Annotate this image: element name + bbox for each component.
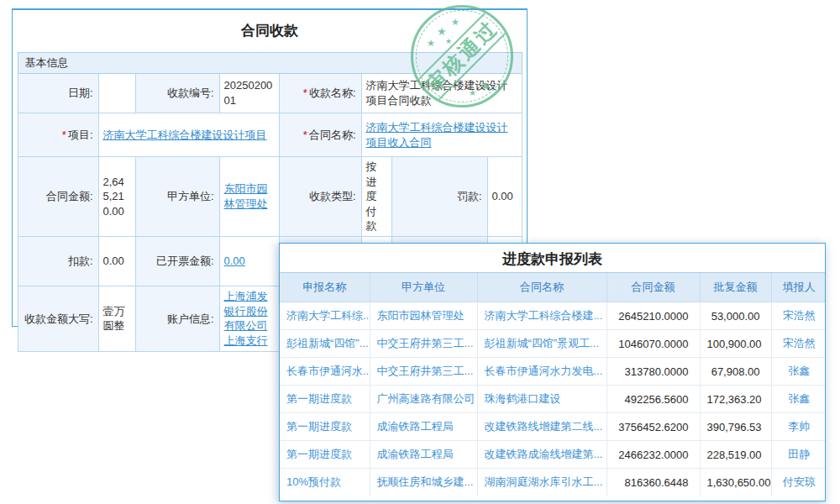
- table-row[interactable]: 彭祖新城“四馆”...中交王府井第三工...彭祖新城“四馆”景观工...1046…: [280, 330, 826, 358]
- table-cell: 10%预付款: [280, 469, 370, 496]
- field-label: 合同金额:: [18, 157, 98, 237]
- field-label: 扣款:: [18, 236, 98, 286]
- table-cell: 2645210.0000: [606, 302, 700, 330]
- table-cell: 1046070.0000: [606, 330, 700, 358]
- field-link-cell: 济南大学工科综合楼建设设计项目: [98, 113, 279, 157]
- table-cell: 付安琼: [771, 469, 826, 496]
- table-row[interactable]: 第一期进度款成渝铁路工程局改建铁路线增建第二线...3756452.620039…: [280, 413, 826, 441]
- table-cell: 济南大学工科综合楼建...: [477, 302, 606, 330]
- table-row[interactable]: 第一期进度款成渝铁路工程局改建铁路成渝线增建第...2466232.000022…: [280, 441, 826, 469]
- table-cell: 228,519.00: [700, 441, 771, 469]
- field-value: 0.00: [487, 157, 522, 237]
- field-label: 收款类型:: [279, 157, 361, 237]
- field-link-cell: 0.00: [219, 236, 279, 286]
- table-cell: 第一期进度款: [280, 413, 370, 441]
- table-cell: 李帅: [771, 413, 826, 441]
- required-asterisk: *: [62, 129, 66, 141]
- column-header-3: 合同金额: [606, 273, 700, 302]
- column-header-2: 合同名称: [477, 273, 606, 302]
- table-cell: 田静: [771, 441, 826, 469]
- table-row[interactable]: 济南大学工科综...东阳市园林管理处济南大学工科综合楼建...2645210.0…: [280, 302, 826, 330]
- section-header-row: 基本信息: [18, 53, 522, 74]
- list-title: 进度款申报列表: [280, 244, 825, 272]
- table-cell: 彭祖新城“四馆”景观工...: [477, 330, 606, 358]
- field-label: 甲方单位:: [135, 157, 219, 237]
- table-cell: 珠海鹤港口建设: [477, 386, 606, 413]
- table-cell: 张鑫: [771, 358, 826, 386]
- table-cell: 抚顺住房和城乡建...: [370, 469, 477, 496]
- page-title: 合同收款: [13, 21, 527, 40]
- table-cell: 湖南洞庭湖水库引水工...: [477, 469, 606, 496]
- table-cell: 彭祖新城“四馆”...: [280, 330, 370, 358]
- table-cell: 816360.6448: [606, 469, 700, 496]
- table-cell: 第一期进度款: [280, 386, 370, 413]
- field-label: *收款名称:: [279, 74, 361, 113]
- field-value: 壹万圆整: [98, 286, 135, 351]
- field-value: 0.00: [98, 236, 135, 286]
- table-cell: 成渝铁路工程局: [370, 413, 477, 441]
- field-link[interactable]: 0.00: [224, 255, 245, 267]
- section-header: 基本信息: [18, 53, 522, 74]
- required-asterisk: *: [303, 129, 307, 141]
- progress-list-panel: 进度款申报列表 申报名称甲方单位合同名称合同金额批复金额填报人 济南大学工科综.…: [279, 243, 826, 501]
- field-value: 济南大学工科综合楼建设设计项目合同收款: [361, 74, 522, 113]
- table-cell: 宋浩然: [771, 302, 826, 330]
- table-cell: 中交王府井第三工...: [370, 330, 477, 358]
- field-label: 收款编号:: [135, 74, 219, 113]
- field-value: 2,645,210.00: [98, 157, 135, 237]
- table-row[interactable]: 第一期进度款广州高速路有限公司珠海鹤港口建设492256.5600172,363…: [280, 386, 826, 413]
- table-cell: 张鑫: [771, 386, 826, 413]
- table-cell: 第一期进度款: [280, 441, 370, 469]
- progress-table: 申报名称甲方单位合同名称合同金额批复金额填报人 济南大学工科综...东阳市园林管…: [280, 272, 826, 496]
- field-value: [98, 74, 135, 113]
- table-cell: 改建铁路线增建第二线...: [477, 413, 606, 441]
- column-header-5: 填报人: [771, 273, 826, 302]
- column-header-0: 申报名称: [280, 273, 370, 302]
- field-label: 日期:: [18, 74, 98, 113]
- form-row: 合同金额:2,645,210.00甲方单位:东阳市园林管理处收款类型:按进度付款…: [18, 157, 522, 237]
- table-cell: 53,000.00: [700, 302, 771, 330]
- field-value: 2025020001: [219, 74, 279, 113]
- field-link-cell: 上海浦发银行股份有限公司上海支行: [219, 286, 279, 351]
- field-link[interactable]: 济南大学工科综合楼建设设计项目: [103, 129, 267, 141]
- table-cell: 宋浩然: [771, 330, 826, 358]
- table-header-row: 申报名称甲方单位合同名称合同金额批复金额填报人: [280, 273, 826, 302]
- field-label: 已开票金额:: [135, 236, 219, 286]
- field-label: *合同名称:: [279, 113, 361, 157]
- table-cell: 1,630,650.00: [700, 469, 771, 496]
- field-link[interactable]: 东阳市园林管理处: [224, 182, 268, 210]
- field-value: 按进度付款: [361, 157, 391, 237]
- table-cell: 改建铁路成渝线增建第...: [477, 441, 606, 469]
- table-row[interactable]: 长春市伊通河水...中交王府井第三工...长春市伊通河水力发电...313780…: [280, 358, 826, 386]
- table-cell: 313780.0000: [606, 358, 700, 386]
- table-cell: 3756452.6200: [606, 413, 700, 441]
- table-cell: 济南大学工科综...: [280, 302, 370, 330]
- field-label: *项目:: [18, 113, 98, 157]
- table-cell: 100,900.00: [700, 330, 771, 358]
- field-label: 罚款:: [391, 157, 487, 237]
- column-header-1: 甲方单位: [370, 273, 477, 302]
- table-cell: 广州高速路有限公司: [370, 386, 477, 413]
- form-row: 日期:收款编号:2025020001*收款名称:济南大学工科综合楼建设设计项目合…: [18, 74, 522, 113]
- field-label: 账户信息:: [135, 286, 219, 351]
- table-cell: 中交王府井第三工...: [370, 358, 477, 386]
- table-cell: 67,908.00: [700, 358, 771, 386]
- table-cell: 390,796.53: [700, 413, 771, 441]
- table-cell: 长春市伊通河水...: [280, 358, 370, 386]
- field-link-cell: 济南大学工科综合楼建设设计项目收入合同: [361, 113, 522, 157]
- form-row: *项目:济南大学工科综合楼建设设计项目*合同名称:济南大学工科综合楼建设设计项目…: [18, 113, 522, 157]
- field-label: 收款金额大写:: [18, 286, 98, 351]
- table-cell: 成渝铁路工程局: [370, 441, 477, 469]
- table-cell: 2466232.0000: [606, 441, 700, 469]
- field-link[interactable]: 上海浦发银行股份有限公司上海支行: [224, 290, 268, 347]
- table-cell: 东阳市园林管理处: [370, 302, 477, 330]
- field-link[interactable]: 济南大学工科综合楼建设设计项目收入合同: [366, 121, 508, 149]
- table-cell: 492256.5600: [606, 386, 700, 413]
- required-asterisk: *: [303, 87, 307, 99]
- table-cell: 172,363.20: [700, 386, 771, 413]
- table-row[interactable]: 10%预付款抚顺住房和城乡建...湖南洞庭湖水库引水工...816360.644…: [280, 469, 826, 496]
- field-link-cell: 东阳市园林管理处: [219, 157, 279, 237]
- table-cell: 长春市伊通河水力发电...: [477, 358, 606, 386]
- column-header-4: 批复金额: [700, 273, 771, 302]
